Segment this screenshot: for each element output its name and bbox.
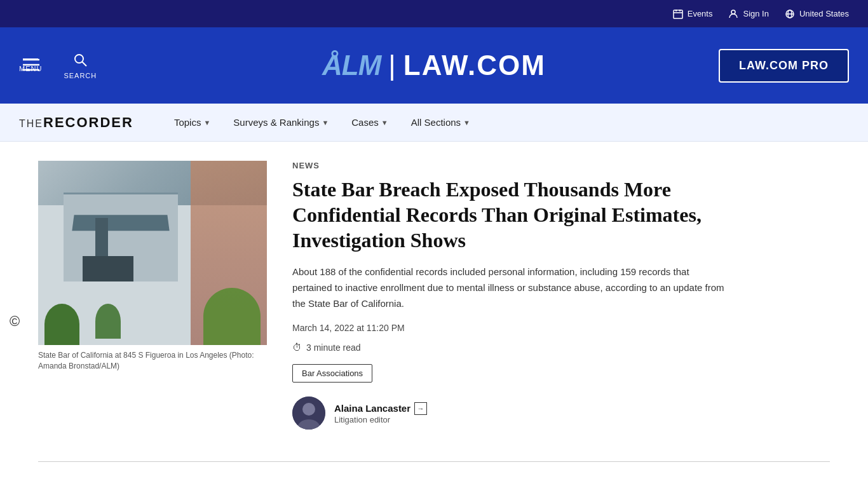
- surveys-chevron-icon: ▼: [322, 119, 329, 126]
- country-label: United States: [799, 9, 849, 18]
- signin-label: Sign In: [743, 9, 768, 18]
- article-title: State Bar Breach Exposed Thousands More …: [292, 177, 724, 253]
- svg-point-4: [731, 10, 735, 14]
- author-row: Alaina Lancaster → Litigation editor: [292, 396, 724, 430]
- topics-label: Topics: [174, 117, 201, 128]
- lawcom-pro-button[interactable]: LAW.COM PRO: [719, 49, 849, 83]
- author-avatar: [292, 396, 325, 430]
- signin-link[interactable]: Sign In: [728, 8, 768, 20]
- user-icon: [728, 8, 739, 20]
- globe-icon: [784, 8, 796, 20]
- image-caption: State Bar of California at 845 S Figuero…: [38, 350, 267, 372]
- search-label: SEARCH: [64, 72, 97, 79]
- publication-the: THE: [19, 118, 43, 129]
- site-logo[interactable]: ÅLM | LAW.COM: [322, 50, 546, 81]
- svg-line-12: [83, 62, 87, 66]
- surveys-label: Surveys & Rankings: [233, 117, 319, 128]
- nav-all-sections[interactable]: All Sections ▼: [402, 112, 479, 133]
- svg-point-14: [302, 403, 315, 416]
- search-icon: [72, 52, 88, 70]
- menu-label: MENU: [19, 65, 42, 72]
- clock-icon: ⏱: [292, 342, 302, 353]
- calendar-icon: [672, 8, 684, 20]
- events-label: Events: [688, 9, 713, 18]
- cases-chevron-icon: ▼: [381, 119, 388, 126]
- nav-surveys-rankings[interactable]: Surveys & Rankings ▼: [224, 112, 337, 133]
- bar-associations-tag[interactable]: Bar Associations: [292, 364, 372, 383]
- country-link[interactable]: United States: [784, 8, 849, 20]
- main-header: MENU SEARCH ÅLM | LAW.COM LAW.COM PRO: [0, 27, 868, 104]
- topics-chevron-icon: ▼: [203, 119, 210, 126]
- logo-divider: |: [388, 50, 395, 81]
- author-title: Litigation editor: [334, 415, 427, 424]
- svg-rect-0: [674, 10, 682, 18]
- article-date: March 14, 2022 at 11:20 PM: [292, 323, 724, 333]
- cases-label: Cases: [351, 117, 379, 128]
- all-sections-label: All Sections: [411, 117, 461, 128]
- top-bar: Events Sign In United States: [0, 0, 868, 27]
- main-nav: Topics ▼ Surveys & Rankings ▼ Cases ▼ Al…: [165, 112, 479, 133]
- menu-button[interactable]: MENU: [19, 58, 42, 72]
- read-time: ⏱ 3 minute read: [292, 342, 724, 353]
- bottom-divider: [38, 461, 830, 462]
- alm-logo-text: ÅLM: [322, 50, 381, 81]
- search-button[interactable]: SEARCH: [64, 52, 97, 79]
- copyright-icon: ©: [10, 313, 20, 330]
- author-name: Alaina Lancaster →: [334, 402, 427, 415]
- article-image: [38, 161, 267, 345]
- article-image-column: State Bar of California at 845 S Figuero…: [38, 161, 267, 430]
- all-sections-chevron-icon: ▼: [463, 119, 470, 126]
- article-section-label: NEWS: [292, 161, 724, 170]
- svg-point-11: [75, 55, 83, 63]
- nav-bar: THERECORDER Topics ▼ Surveys & Rankings …: [0, 104, 868, 142]
- publication-logo[interactable]: THERECORDER: [19, 114, 133, 131]
- header-controls: MENU SEARCH: [19, 52, 97, 79]
- publication-name: RECORDER: [43, 114, 133, 130]
- events-link[interactable]: Events: [672, 8, 713, 20]
- article-body: NEWS State Bar Breach Exposed Thousands …: [292, 161, 724, 430]
- read-time-label: 3 minute read: [306, 342, 361, 353]
- author-profile-link[interactable]: →: [414, 402, 427, 415]
- law-logo-text: LAW.COM: [403, 50, 546, 81]
- nav-cases[interactable]: Cases ▼: [342, 112, 397, 133]
- article-content: State Bar of California at 845 S Figuero…: [0, 142, 763, 455]
- article-summary: About 188 of the confidential records in…: [292, 264, 724, 311]
- author-info: Alaina Lancaster → Litigation editor: [334, 402, 427, 424]
- hamburger-icon: [23, 58, 38, 60]
- nav-topics[interactable]: Topics ▼: [165, 112, 219, 133]
